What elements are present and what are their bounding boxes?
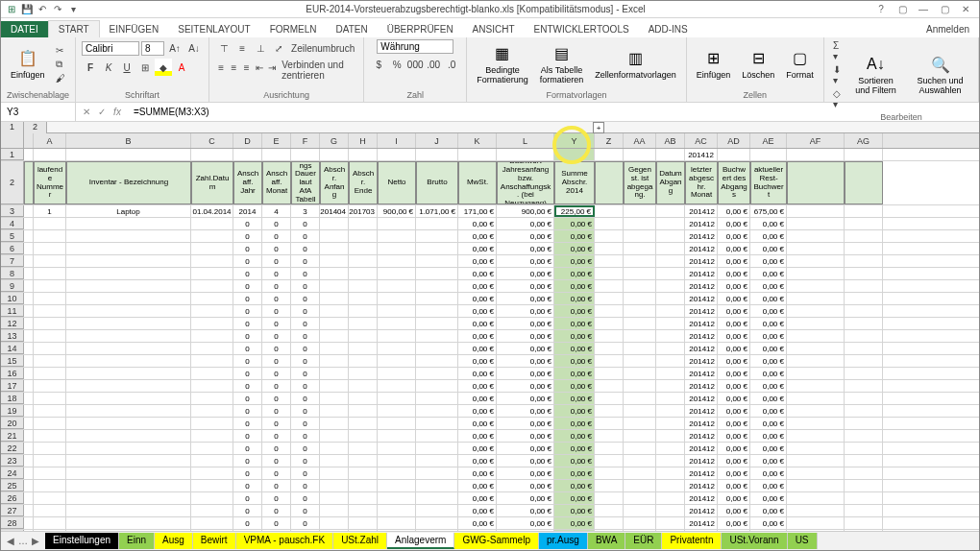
cell[interactable] <box>378 505 416 516</box>
cell[interactable]: Datum Abgang <box>656 161 685 204</box>
find-select-button[interactable]: 🔍Suchen und Auswählen <box>908 52 972 98</box>
col-header-A[interactable]: A <box>34 133 66 148</box>
cell[interactable] <box>554 149 595 160</box>
cell[interactable]: 0,00 € <box>497 268 554 279</box>
cell[interactable]: 0 <box>291 280 320 292</box>
cell[interactable]: 201412 <box>685 318 718 329</box>
cell[interactable] <box>34 330 66 342</box>
cell[interactable] <box>191 280 233 292</box>
cell[interactable]: Summe Abschr. 2014 <box>554 161 595 204</box>
cell[interactable]: 900,00 € <box>378 205 416 217</box>
cell[interactable] <box>656 505 685 516</box>
cell[interactable] <box>24 430 34 442</box>
cell[interactable]: 0,00 € <box>718 255 750 267</box>
cell[interactable]: 0 <box>262 255 291 267</box>
cell[interactable] <box>787 517 845 529</box>
cell[interactable] <box>66 443 191 454</box>
outline-level-2[interactable]: 2 <box>24 122 47 133</box>
row-header[interactable]: 17 <box>1 380 24 392</box>
cell[interactable] <box>595 355 624 367</box>
cell[interactable]: 0,00 € <box>750 280 787 292</box>
cell[interactable] <box>595 467 624 479</box>
cell[interactable]: 0 <box>233 430 262 442</box>
cell[interactable] <box>416 393 458 404</box>
cell[interactable] <box>416 305 458 317</box>
cell[interactable] <box>378 149 416 160</box>
fill-color-button[interactable]: ◆ <box>155 59 172 76</box>
cell[interactable]: 201412 <box>685 218 718 229</box>
cell[interactable] <box>378 467 416 479</box>
cell[interactable] <box>66 330 191 342</box>
cell[interactable]: 0,00 € <box>458 268 497 279</box>
cell[interactable] <box>320 455 349 467</box>
cell[interactable] <box>349 480 378 491</box>
cell[interactable] <box>191 505 233 516</box>
cell[interactable] <box>595 517 624 529</box>
cell[interactable]: 0,00 € <box>750 380 787 392</box>
cell[interactable] <box>787 393 845 404</box>
cell[interactable]: MwSt. <box>458 161 497 204</box>
col-header-AF[interactable]: AF <box>787 133 845 148</box>
cell[interactable]: 0,00 € <box>497 355 554 367</box>
cell[interactable]: 0,00 € <box>718 467 750 479</box>
col-header-[interactable] <box>24 133 34 148</box>
cell[interactable]: 0 <box>233 218 262 229</box>
row-header[interactable]: 28 <box>1 517 24 529</box>
cell[interactable] <box>349 255 378 267</box>
row-header[interactable]: 3 <box>1 205 24 217</box>
row-header[interactable]: 12 <box>1 318 24 329</box>
cell[interactable] <box>66 405 191 417</box>
cell[interactable]: 0,00 € <box>458 418 497 429</box>
cell[interactable] <box>378 405 416 417</box>
cell[interactable]: 201412 <box>685 343 718 354</box>
cell[interactable] <box>416 418 458 429</box>
wrap-text-button[interactable]: Zeilenumbruch <box>288 39 357 57</box>
cell[interactable]: 0,00 € <box>497 280 554 292</box>
cell[interactable]: 0 <box>233 418 262 429</box>
format-cells-button[interactable]: ▢Format <box>782 46 818 83</box>
tab-ueberpruefen[interactable]: ÜBERPRÜFEN <box>378 21 463 37</box>
cell[interactable]: 0,00 € <box>458 330 497 342</box>
cell[interactable] <box>320 305 349 317</box>
cell[interactable] <box>66 368 191 379</box>
cell[interactable]: 0 <box>262 305 291 317</box>
cell[interactable] <box>34 505 66 516</box>
cell[interactable] <box>416 255 458 267</box>
copy-button[interactable] <box>53 58 68 71</box>
cell[interactable] <box>320 330 349 342</box>
cell[interactable] <box>66 305 191 317</box>
cell[interactable] <box>845 492 883 504</box>
row-header[interactable]: 21 <box>1 430 24 442</box>
cell[interactable]: 0 <box>233 293 262 304</box>
col-header-AE[interactable]: AE <box>750 133 787 148</box>
cell[interactable] <box>845 218 883 229</box>
cell[interactable] <box>320 418 349 429</box>
row-header[interactable]: 1 <box>1 149 24 160</box>
cell[interactable] <box>349 455 378 467</box>
cell[interactable]: 0,00 € <box>750 218 787 229</box>
cell[interactable]: 0 <box>291 243 320 254</box>
col-header-AD[interactable]: AD <box>718 133 750 148</box>
cell[interactable] <box>66 517 191 529</box>
cell[interactable]: 201412 <box>685 418 718 429</box>
row-header[interactable]: 22 <box>1 443 24 454</box>
cell[interactable]: 0 <box>233 492 262 504</box>
underline-button[interactable]: U <box>118 59 135 76</box>
cell[interactable]: 0 <box>233 268 262 279</box>
cell[interactable] <box>787 205 845 217</box>
cell[interactable] <box>595 255 624 267</box>
cell[interactable] <box>191 255 233 267</box>
cell[interactable] <box>378 368 416 379</box>
cell[interactable]: 0,00 € <box>458 355 497 367</box>
cell[interactable]: 0,00 € <box>458 467 497 479</box>
cell[interactable]: 0,00 € <box>554 343 595 354</box>
cell[interactable] <box>656 430 685 442</box>
cell[interactable]: 0 <box>233 467 262 479</box>
cell[interactable] <box>845 393 883 404</box>
cell[interactable] <box>787 368 845 379</box>
cell[interactable]: 201412 <box>685 455 718 467</box>
col-header-AB[interactable]: AB <box>656 133 685 148</box>
cell[interactable]: 0,00 € <box>497 443 554 454</box>
row-header[interactable]: 10 <box>1 293 24 304</box>
cell[interactable]: 201412 <box>685 305 718 317</box>
